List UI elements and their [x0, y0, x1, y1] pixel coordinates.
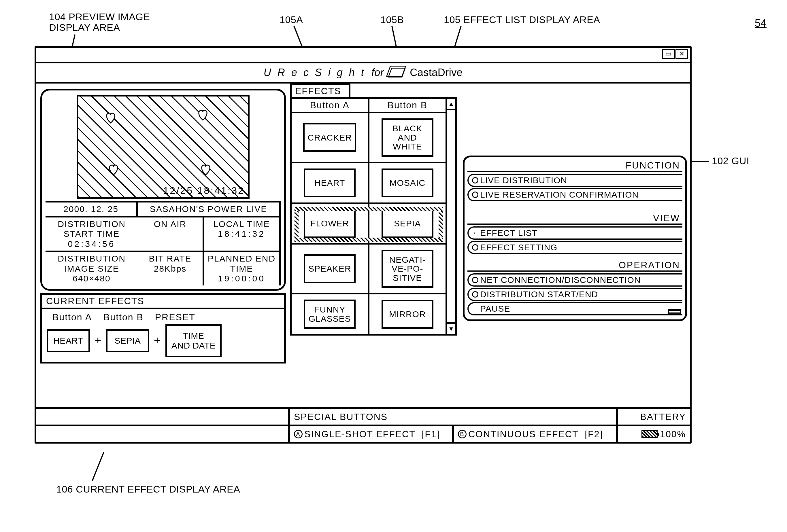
planned-end-value: 19:00:00 — [207, 274, 276, 284]
continuous-button[interactable]: B CONTINUOUS EFFECT [F2] — [454, 426, 618, 442]
current-effects-title: CURRENT EFFECTS — [42, 295, 284, 309]
pill-pause[interactable]: PAUSE — [467, 302, 682, 315]
callout-102: 102 GUI — [712, 156, 749, 166]
effect-button-b[interactable]: NEGATI- VE-PO- SITIVE — [382, 250, 433, 288]
effects-head-b: Button B — [369, 99, 446, 113]
ce-chip-a[interactable]: HEART — [47, 329, 90, 352]
info-grid: 2000. 12. 25 SASAHON'S POWER LIVE DISTRI… — [45, 201, 281, 285]
section-operation: OPERATION — [467, 260, 682, 272]
img-size-label: DISTRIBUTION IMAGE SIZE — [48, 254, 135, 274]
local-time-cell: LOCAL TIME 18:41:32 — [204, 218, 281, 252]
brand-name: CastaDrive — [410, 67, 463, 79]
heart-icon — [196, 108, 210, 121]
preview-image: 12/25 18:41:32 — [77, 95, 250, 199]
preview-date: 2000. 12. 25 — [45, 202, 138, 218]
battery-icon — [641, 430, 658, 438]
scroll-track[interactable] — [447, 110, 455, 322]
continuous-key: [F2] — [585, 429, 603, 440]
img-size-cell: DISTRIBUTION IMAGE SIZE 640×480 — [45, 252, 138, 285]
effects-scrollbar[interactable]: ▲ ▼ — [447, 97, 457, 336]
preview-panel: 12/25 18:41:32 2000. 12. 25 SASAHON'S PO… — [40, 89, 286, 291]
effects-row: HEARTMOSAIC — [292, 163, 446, 204]
left-column: 12/25 18:41:32 2000. 12. 25 SASAHON'S PO… — [36, 84, 290, 407]
effects-cell-b: MIRROR — [369, 294, 446, 334]
effect-button-b[interactable]: SEPIA — [382, 209, 433, 238]
scroll-up-icon[interactable]: ▲ — [447, 99, 455, 110]
pill-effect-list[interactable]: EFFECT LIST — [467, 226, 682, 240]
dist-start-label: DISTRIBUTION START TIME — [48, 219, 135, 239]
effects-cell-b: BLACK AND WHITE — [369, 113, 446, 163]
effects-column: EFFECTS Button A Button B CRACKERBLACK A… — [290, 84, 457, 407]
effect-button-b[interactable]: MOSAIC — [382, 169, 433, 197]
plus-icon: + — [154, 334, 161, 347]
callout-105a: 105A — [279, 15, 303, 25]
ce-chip-b[interactable]: SEPIA — [106, 329, 149, 352]
local-time-label: LOCAL TIME — [207, 219, 276, 229]
img-size-value: 640×480 — [48, 274, 135, 284]
current-effects-panel: CURRENT EFFECTS Button A Button B PRESET… — [40, 293, 286, 363]
a-circle-icon: A — [294, 430, 303, 438]
svg-line-6 — [92, 452, 104, 481]
planned-end-cell: PLANNED END TIME 19:00:00 — [204, 252, 281, 285]
dist-start-value: 02:34:56 — [48, 239, 135, 249]
callout-104: 104 PREVIEW IMAGE DISPLAY AREA — [49, 12, 150, 33]
ce-col-b: Button B — [103, 312, 144, 323]
single-shot-button[interactable]: A SINGLE-SHOT EFFECT [F1] — [290, 426, 454, 442]
pill-live-res[interactable]: LIVE RESERVATION CONFIRMATION — [467, 188, 682, 201]
effects-row: SPEAKERNEGATI- VE-PO- SITIVE — [292, 245, 446, 295]
pill-effect-setting[interactable]: EFFECT SETTING — [467, 241, 682, 254]
grip-icon — [668, 308, 681, 317]
callout-105: 105 EFFECT LIST DISPLAY AREA — [444, 15, 600, 25]
right-column: FUNCTION LIVE DISTRIBUTION LIVE RESERVAT… — [457, 84, 690, 407]
effects-table: Button A Button B CRACKERBLACK AND WHITE… — [290, 97, 447, 336]
effects-cell-b: MOSAIC — [369, 163, 446, 204]
heart-icon — [107, 163, 120, 176]
effect-button-a[interactable]: HEART — [304, 169, 356, 197]
scroll-down-icon[interactable]: ▼ — [447, 322, 455, 334]
effect-button-a[interactable]: FLOWER — [304, 209, 356, 238]
effect-button-b[interactable]: BLACK AND WHITE — [382, 118, 433, 157]
single-shot-label: SINGLE-SHOT EFFECT — [304, 429, 416, 440]
effect-button-a[interactable]: CRACKER — [303, 123, 356, 152]
bottom-left-blank — [36, 409, 290, 425]
plus-icon: + — [94, 334, 102, 347]
on-air-cell: ON AIR — [138, 218, 204, 252]
effect-button-b[interactable]: MIRROR — [382, 300, 433, 329]
continuous-label: CONTINUOUS EFFECT — [468, 429, 578, 440]
ce-col-p: PRESET — [155, 312, 195, 323]
ce-chip-preset[interactable]: TIME AND DATE — [165, 324, 221, 357]
section-function: FUNCTION — [467, 160, 682, 172]
effects-title: EFFECTS — [290, 84, 350, 97]
battery-status: 100% — [618, 426, 690, 442]
heart-icon — [199, 163, 212, 176]
pill-live-dist[interactable]: LIVE DISTRIBUTION — [467, 174, 682, 187]
effect-button-a[interactable]: SPEAKER — [304, 254, 356, 283]
effects-row: CRACKERBLACK AND WHITE — [292, 113, 446, 163]
battery-pct: 100% — [660, 429, 686, 440]
battery-label: BATTERY — [618, 409, 690, 425]
dist-start-cell: DISTRIBUTION START TIME 02:34:56 — [45, 218, 138, 252]
effects-cell-a: SPEAKER — [292, 245, 369, 295]
bit-rate-cell: BIT RATE 28Kbps — [138, 252, 204, 285]
effect-button-a[interactable]: FUNNY GLASSES — [304, 300, 356, 329]
pill-net[interactable]: NET CONNECTION/DISCONNECTION — [467, 273, 682, 287]
maximize-icon[interactable]: ▭ — [662, 49, 675, 59]
section-view: VIEW — [467, 213, 682, 225]
titlebar: ▭ ✕ — [36, 48, 690, 63]
ce-col-a: Button A — [52, 312, 92, 323]
callout-106: 106 CURRENT EFFECT DISPLAY AREA — [56, 484, 240, 494]
function-panel: FUNCTION LIVE DISTRIBUTION LIVE RESERVAT… — [463, 156, 687, 321]
bit-rate-label: BIT RATE — [141, 254, 200, 264]
effects-cell-b: NEGATI- VE-PO- SITIVE — [369, 245, 446, 295]
effects-cell-a: FUNNY GLASSES — [292, 294, 369, 334]
b-circle-icon: B — [458, 430, 467, 438]
special-buttons-label: SPECIAL BUTTONS — [290, 409, 618, 425]
close-icon[interactable]: ✕ — [676, 49, 688, 59]
header-for: for — [371, 67, 384, 79]
pill-dist-se[interactable]: DISTRIBUTION START/END — [467, 288, 682, 301]
bit-rate-value: 28Kbps — [141, 264, 200, 274]
overlay-timestamp: 12/25 18:41:32 — [163, 185, 244, 196]
heart-icon — [104, 111, 117, 124]
bottom-left-blank2 — [36, 426, 290, 442]
app-name: U R e c S i g h t — [264, 67, 366, 79]
